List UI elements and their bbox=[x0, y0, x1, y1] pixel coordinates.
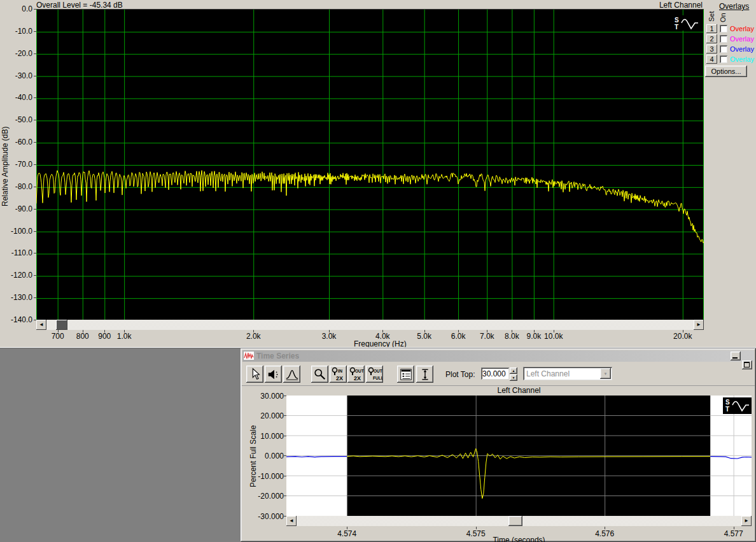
display-options-icon bbox=[399, 367, 413, 382]
spectrum-h-scrollbar[interactable]: ◄ ► bbox=[36, 320, 704, 330]
overlay-row: 4Overlay bbox=[704, 55, 756, 65]
time-series-window: Time Series IN2XOUT2XOUTFULL Plot Top: ▲… bbox=[241, 348, 756, 542]
spectrum-y-tick-label: -70.0 bbox=[0, 160, 32, 169]
svg-text:2X: 2X bbox=[336, 375, 343, 382]
app-root: { "colors": { "face": "#d4d0c8", "plot_b… bbox=[0, 0, 756, 542]
spectrum-y-tick-label: -80.0 bbox=[0, 182, 32, 191]
spectrum-y-tick-label: -90.0 bbox=[0, 204, 32, 213]
spectrum-x-tick-label: 1.0k bbox=[108, 332, 140, 341]
spectrum-x-tick-label: 20.0k bbox=[667, 332, 699, 341]
time-series-plot-svg bbox=[286, 396, 752, 516]
time-series-plot-area[interactable]: S T bbox=[286, 396, 752, 516]
time-series-y-tick-label: 30.000 bbox=[246, 392, 284, 401]
overlay-row: 2Overlay bbox=[704, 34, 756, 45]
toolbar-display-options-button[interactable] bbox=[397, 366, 414, 383]
time-series-titlebar[interactable]: Time Series bbox=[242, 350, 754, 362]
overlay-label-2: Overlay bbox=[730, 35, 754, 43]
toolbar-peak-curve-button[interactable] bbox=[283, 366, 300, 383]
overlay-set-button-2[interactable]: 2 bbox=[706, 34, 717, 43]
spectrum-y-tick-label: -20.0 bbox=[0, 49, 32, 58]
vertical-fit-icon bbox=[418, 367, 432, 382]
spectrum-y-tick-label: -100.0 bbox=[0, 227, 32, 236]
spinner-up-button[interactable]: ▲ bbox=[510, 367, 517, 374]
spinner-down-button[interactable]: ▼ bbox=[510, 374, 517, 381]
overlay-label-3: Overlay bbox=[730, 45, 754, 53]
spectrum-y-tick-label: -50.0 bbox=[0, 115, 32, 124]
zoom-icon bbox=[313, 367, 327, 382]
spectrum-y-tick-labels: 0.0-10.0-20.0-30.0-40.0-50.0-60.0-70.0-8… bbox=[0, 0, 34, 347]
spectrum-y-tick-label: -40.0 bbox=[0, 93, 32, 102]
spectrum-x-tick-label: 10.0k bbox=[538, 332, 570, 341]
spectrum-x-tick-label: 6.0k bbox=[442, 332, 474, 341]
zoom-out-full-icon: OUTFULL bbox=[367, 367, 382, 382]
spectrum-x-tick-label: 5.0k bbox=[409, 332, 440, 341]
svg-text:T: T bbox=[675, 24, 678, 31]
zoom-out-2x-icon: OUT2X bbox=[349, 367, 364, 382]
overlay-on-checkbox-3[interactable] bbox=[720, 45, 727, 53]
overlay-row: 1Overlay bbox=[704, 24, 756, 34]
minimize-button[interactable] bbox=[731, 352, 741, 360]
overlay-set-button-3[interactable]: 3 bbox=[706, 45, 717, 53]
toolbar-zoom-button[interactable] bbox=[311, 366, 328, 383]
plot-top-spinner: ▲ ▼ bbox=[510, 367, 517, 381]
time-series-y-tick-label: -30.000 bbox=[246, 512, 284, 521]
overlay-label-4: Overlay bbox=[730, 55, 754, 64]
svg-text:OUT: OUT bbox=[355, 369, 364, 373]
svg-text:OUT: OUT bbox=[374, 369, 382, 373]
channel-select-dropdown-button[interactable]: ▼ bbox=[600, 368, 611, 379]
overlay-set-button-1[interactable]: 1 bbox=[706, 24, 717, 33]
svg-text:FULL: FULL bbox=[373, 376, 382, 380]
overlays-panel: Overlays Set On 1Overlay2Overlay3Overlay… bbox=[704, 0, 756, 347]
ts-scroll-right-button[interactable]: ► bbox=[741, 516, 752, 526]
spectrum-y-tick-label: -120.0 bbox=[0, 271, 32, 280]
spectrum-scroll-right-button[interactable]: ► bbox=[694, 320, 704, 330]
workspace-background bbox=[0, 348, 241, 542]
svg-text:T: T bbox=[725, 406, 729, 413]
toolbar-zoom-out-full-button[interactable]: OUTFULL bbox=[366, 366, 383, 383]
channel-select-value: Left Channel bbox=[526, 369, 570, 378]
toolbar-zoom-in-2x-button[interactable]: IN2X bbox=[330, 366, 347, 383]
spectrum-channel-label: Left Channel bbox=[636, 1, 703, 10]
spectrum-plot-svg bbox=[36, 10, 704, 320]
overall-level-readout: Overall Level = -45.34 dB bbox=[36, 1, 123, 10]
overlay-label-1: Overlay bbox=[730, 25, 754, 33]
overlays-set-column-label: Set bbox=[708, 9, 716, 24]
spectrum-y-tick-label: -60.0 bbox=[0, 138, 32, 146]
signal-wave-icon: S T bbox=[723, 397, 752, 414]
overlay-row: 3Overlay bbox=[704, 45, 756, 55]
toolbar-vertical-fit-button[interactable] bbox=[416, 366, 433, 383]
ts-scroll-left-button[interactable]: ◄ bbox=[286, 516, 297, 526]
time-series-h-scrollbar[interactable]: ◄ ► bbox=[286, 516, 752, 526]
spectrum-x-tick-label: 3.0k bbox=[313, 332, 345, 341]
time-series-chart-title: Left Channel bbox=[286, 386, 752, 395]
minimize-icon bbox=[732, 357, 738, 359]
spectrum-y-tick-label: -130.0 bbox=[0, 293, 32, 302]
spectrum-analyzer-panel: Overall Level = -45.34 dB Left Channel R… bbox=[0, 0, 704, 347]
spectrum-y-tick-label: 0.0 bbox=[0, 4, 32, 13]
ts-scroll-thumb[interactable] bbox=[508, 516, 522, 526]
peak-curve-icon bbox=[285, 367, 299, 382]
toolbar-zoom-out-2x-button[interactable]: OUT2X bbox=[347, 366, 365, 383]
zoom-in-2x-icon: IN2X bbox=[331, 367, 346, 382]
svg-text:S: S bbox=[675, 17, 679, 24]
spectrum-scroll-thumb[interactable] bbox=[56, 320, 67, 330]
time-series-x-axis-title: Time (seconds) bbox=[286, 536, 752, 542]
svg-text:IN: IN bbox=[338, 369, 342, 373]
channel-select[interactable]: Left Channel ▼ bbox=[523, 367, 612, 380]
time-series-y-tick-labels: 30.00020.00010.0000.000-10.000-20.000-30… bbox=[241, 348, 285, 542]
spectrum-y-tick-label: -110.0 bbox=[0, 248, 32, 257]
spectrum-y-tick-label: -10.0 bbox=[0, 27, 32, 36]
spectrum-x-tick-label: 2.0k bbox=[237, 332, 269, 341]
overlay-set-button-4[interactable]: 4 bbox=[706, 55, 717, 64]
spectrum-y-tick-label: -140.0 bbox=[0, 315, 32, 324]
overlay-on-checkbox-4[interactable] bbox=[720, 55, 727, 63]
spectrum-plot-area[interactable]: S T bbox=[36, 9, 704, 320]
overlay-rows: 1Overlay2Overlay3Overlay4Overlay bbox=[704, 24, 756, 65]
svg-text:2X: 2X bbox=[354, 375, 361, 382]
overlays-options-button[interactable]: Options... bbox=[705, 66, 747, 77]
overlay-on-checkbox-1[interactable] bbox=[720, 25, 727, 32]
plot-top-input[interactable] bbox=[481, 367, 509, 380]
overlay-on-checkbox-2[interactable] bbox=[720, 35, 727, 43]
spectrum-scroll-left-button[interactable]: ◄ bbox=[36, 320, 46, 330]
overlays-title: Overlays bbox=[719, 2, 749, 11]
